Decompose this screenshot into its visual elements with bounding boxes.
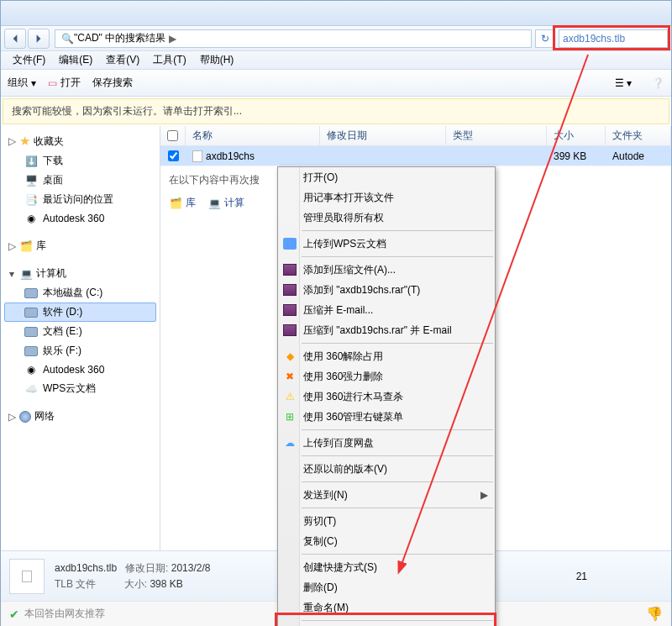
select-all-checkbox[interactable] (167, 130, 178, 141)
libraries-icon: 🗂️ (169, 197, 182, 210)
menu-tools[interactable]: 工具(T) (146, 53, 192, 67)
scope-computer[interactable]: 💻计算 (207, 196, 244, 210)
shield-icon: ✔ (9, 608, 19, 621)
sidebar-item-desktop[interactable]: 🖥️桌面 (4, 171, 156, 190)
menu-file[interactable]: 文件(F) (6, 53, 52, 67)
context-menu-item[interactable]: ⊞使用 360管理右键菜单 (278, 407, 495, 427)
save-search-button[interactable]: 保存搜索 (92, 76, 133, 90)
menu-item-label: 上传到百度网盘 (303, 436, 374, 450)
file-folder: Autode (606, 150, 671, 162)
file-row[interactable]: axdb19chs 399 KB Autode (160, 146, 671, 166)
column-checkbox[interactable] (160, 126, 186, 145)
menu-view[interactable]: 查看(V) (99, 53, 146, 67)
menu-item-label: 添加到 "axdb19chs.rar"(T) (303, 283, 420, 297)
context-menu-item[interactable]: 添加到压缩文件(A)... (278, 260, 495, 280)
context-menu-item[interactable]: ☁上传到百度网盘 (278, 433, 495, 453)
scope-libraries[interactable]: 🗂️库 (169, 196, 196, 210)
menu-item-icon: ☁ (282, 435, 297, 450)
status-extra: 21 (576, 571, 587, 582)
sidebar-item-recent[interactable]: 📑最近访问的位置 (4, 190, 156, 209)
menu-item-label: 打开(O) (303, 171, 338, 185)
column-size[interactable]: 大小 (547, 126, 606, 145)
drive-icon (24, 327, 38, 337)
context-menu-item[interactable]: 用记事本打开该文件 (278, 187, 495, 208)
context-menu-item[interactable]: 重命名(M) (278, 597, 495, 618)
navbar: 🔍 "CAD" 中的搜索结果 ▶ ↻ (1, 26, 671, 51)
index-warning-bar[interactable]: 搜索可能较慢，因为索引未运行。请单击打开索引... (3, 98, 669, 124)
sidebar-item-wps-cloud[interactable]: ☁️WPS云文档 (4, 379, 156, 398)
menu-item-icon: ⚠ (282, 389, 297, 404)
context-menu-item[interactable]: 添加到 "axdb19chs.rar"(T) (278, 280, 495, 300)
sidebar-item-autodesk360[interactable]: ◉Autodesk 360 (4, 360, 156, 379)
menu-item-label: 使用 360管理右键菜单 (303, 410, 403, 424)
organize-button[interactable]: 组织 ▾ (8, 76, 36, 90)
thumbs-down-icon[interactable]: 👎 (646, 606, 663, 622)
menu-edit[interactable]: 编辑(E) (52, 53, 99, 67)
nav-forward-button[interactable] (28, 29, 50, 49)
context-menu-item[interactable]: 复制(C) (278, 531, 495, 551)
sidebar-computer-header[interactable]: ▾💻计算机 (4, 264, 156, 283)
downloads-icon: ⬇️ (24, 155, 38, 168)
sidebar-item-drive-c[interactable]: 本地磁盘 (C:) (4, 283, 156, 302)
open-button[interactable]: ▭ 打开 (48, 76, 81, 90)
row-checkbox[interactable] (168, 150, 179, 161)
menu-item-icon (282, 282, 297, 297)
context-menu-item[interactable]: 压缩到 "axdb19chs.rar" 并 E-mail (278, 320, 495, 340)
context-menu-item[interactable]: 创建快捷方式(S) (278, 557, 495, 577)
search-results-icon: 🔍 (60, 32, 74, 45)
sidebar-favorites-header[interactable]: ▷★收藏夹 (4, 131, 156, 151)
sidebar-item-drive-f[interactable]: 娱乐 (F:) (4, 341, 156, 360)
context-menu-item[interactable]: ✖使用 360强力删除 (278, 366, 495, 387)
nav-back-button[interactable] (4, 29, 26, 49)
context-menu-item[interactable]: 管理员取得所有权 (278, 208, 495, 228)
context-menu-item[interactable]: 压缩并 E-mail... (278, 300, 495, 320)
menu-item-icon (282, 560, 297, 575)
refresh-icon: ↻ (541, 33, 549, 45)
context-menu-item[interactable]: 发送到(N)▶ (278, 485, 495, 505)
menu-item-icon (282, 210, 297, 225)
menu-help[interactable]: 帮助(H) (193, 53, 241, 67)
context-menu-item[interactable]: 还原以前的版本(V) (278, 459, 495, 479)
computer-icon: 💻 (207, 197, 221, 210)
search-input-wrapper[interactable] (559, 29, 668, 48)
menu-item-label: 重命名(M) (303, 601, 349, 615)
menu-item-icon (282, 323, 297, 338)
status-filename: axdb19chs.tlb (55, 562, 117, 574)
menu-item-icon (282, 534, 297, 549)
menu-item-label: 剪切(T) (303, 514, 336, 529)
menu-item-icon (282, 262, 297, 277)
context-menu-item[interactable]: 删除(D) (278, 577, 495, 597)
column-name[interactable]: 名称 (186, 126, 320, 145)
computer-icon: 💻 (19, 267, 33, 281)
menu-item-label: 复制(C) (303, 534, 338, 549)
column-type[interactable]: 类型 (446, 126, 547, 145)
chevron-down-icon: ▾ (31, 77, 36, 89)
sidebar-item-autodesk360-fav[interactable]: ◉Autodesk 360 (4, 209, 156, 228)
network-icon (19, 411, 31, 423)
context-menu-item[interactable]: ⚠使用 360进行木马查杀 (278, 387, 495, 407)
menu-item-label: 管理员取得所有权 (303, 211, 384, 225)
sidebar-libraries-header[interactable]: ▷🗂️库 (4, 236, 156, 255)
search-input[interactable] (563, 33, 664, 45)
menu-item-icon: ◆ (282, 349, 297, 364)
menu-item-icon (282, 302, 297, 318)
file-name: axdb19chs (206, 150, 255, 162)
sidebar-item-drive-e[interactable]: 文档 (E:) (4, 322, 156, 341)
menu-item-icon: ⊞ (282, 409, 297, 424)
context-menu-item[interactable]: ◆使用 360解除占用 (278, 346, 495, 366)
context-menu-item[interactable]: 剪切(T) (278, 511, 495, 531)
refresh-button[interactable]: ↻ (535, 29, 555, 48)
sidebar-item-drive-d[interactable]: 软件 (D:) (4, 302, 156, 322)
view-mode-button[interactable]: ☰ ▾ (615, 77, 632, 89)
help-button[interactable]: ❔ (652, 77, 664, 89)
sidebar-item-downloads[interactable]: ⬇️下载 (4, 151, 156, 171)
sidebar-network-header[interactable]: ▷网络 (4, 407, 156, 426)
breadcrumb-separator-icon: ▶ (169, 33, 176, 45)
menu-item-label: 删除(D) (303, 581, 338, 595)
column-date[interactable]: 修改日期 (320, 126, 446, 145)
column-folder[interactable]: 文件夹 (606, 126, 671, 145)
titlebar[interactable] (1, 1, 671, 26)
context-menu-item[interactable]: 上传到WPS云文档 (278, 234, 495, 254)
context-menu-item[interactable]: 打开(O) (278, 167, 495, 187)
breadcrumb[interactable]: 🔍 "CAD" 中的搜索结果 ▶ (55, 29, 532, 48)
